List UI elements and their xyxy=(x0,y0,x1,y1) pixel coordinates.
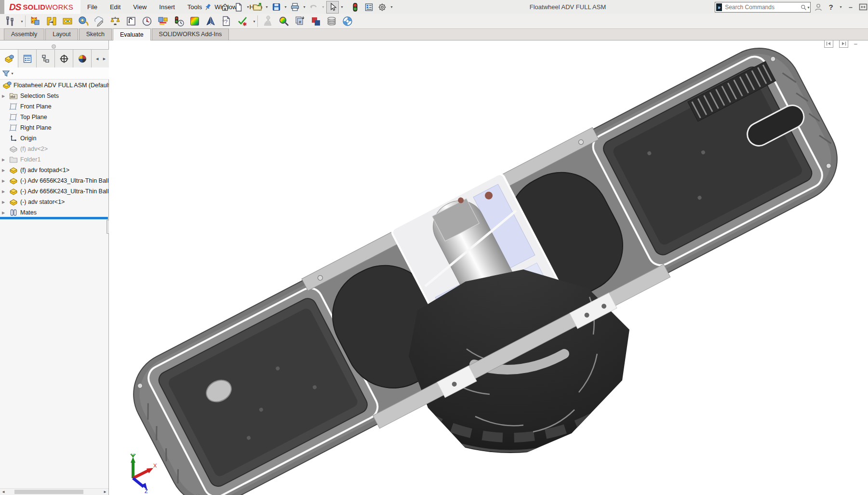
collapse-left-pane-icon[interactable] xyxy=(824,40,833,48)
expand-arrow-icon[interactable]: ▶ xyxy=(2,211,9,215)
open-icon[interactable] xyxy=(251,1,264,13)
select-cursor-caret[interactable]: ▾ xyxy=(340,5,344,9)
tree-item-adv-footpad[interactable]: ▶ (f) adv footpad<1> xyxy=(0,165,109,175)
panel-splitter-dot[interactable] xyxy=(52,44,56,49)
tab-layout[interactable]: Layout xyxy=(45,28,78,40)
expand-arrow-icon[interactable]: ▶ xyxy=(2,168,9,173)
panel-tab-scroll-right-icon[interactable]: ► xyxy=(102,56,107,61)
tree-item-mates[interactable]: ▶ Mates xyxy=(0,207,109,218)
sensor-icon[interactable] xyxy=(173,15,185,27)
filter-funnel-icon[interactable] xyxy=(2,69,10,78)
search-commands-box[interactable]: » ▾ xyxy=(715,2,811,13)
visualize-icon[interactable] xyxy=(278,15,290,27)
simulation-icon[interactable] xyxy=(262,15,274,27)
mass-properties-icon[interactable] xyxy=(109,15,121,27)
compare-documents-icon[interactable] xyxy=(309,15,322,27)
options-caret[interactable]: ▾ xyxy=(389,5,394,9)
menu-file[interactable]: File xyxy=(81,0,104,14)
interference-detection-icon[interactable] xyxy=(29,15,42,27)
expand-arrow-icon[interactable]: ▶ xyxy=(2,158,9,162)
measure-icon[interactable] xyxy=(77,15,90,27)
hole-alignment-icon[interactable] xyxy=(61,15,74,27)
menu-view[interactable]: View xyxy=(127,0,153,14)
design-checker-icon[interactable]: ✱ xyxy=(236,15,249,27)
tree-item-assembly-root[interactable]: Floatwheel ADV FULL ASM (Default) xyxy=(0,80,109,91)
tab-assembly[interactable]: Assembly xyxy=(4,28,44,40)
display-options-list-icon[interactable] xyxy=(362,1,375,13)
tree-item-folder1[interactable]: ▶ Folder1 xyxy=(0,154,109,165)
options-gear-icon[interactable] xyxy=(376,1,388,13)
rollback-bar[interactable] xyxy=(0,217,108,219)
tab-featuremanager-design-tree[interactable] xyxy=(0,50,18,67)
undo-icon[interactable] xyxy=(307,1,320,13)
symmetry-check-icon[interactable] xyxy=(204,15,217,27)
curvature-icon[interactable] xyxy=(188,15,201,27)
tree-item-selection-sets[interactable]: ▶ Selection Sets xyxy=(0,91,109,101)
menu-pin-icon[interactable] xyxy=(201,1,214,13)
minimize-pane-icon[interactable]: – xyxy=(854,40,857,47)
open-caret[interactable]: ▾ xyxy=(265,5,269,9)
tab-evaluate[interactable]: Evaluate xyxy=(113,28,151,40)
panel-tab-scroll-left-icon[interactable]: ◄ xyxy=(95,56,99,61)
filter-caret[interactable]: ▾ xyxy=(10,71,14,76)
graphics-viewport[interactable]: – Y X Z xyxy=(109,40,868,495)
new-document-caret[interactable]: ▾ xyxy=(246,5,250,9)
tab-sketch[interactable]: Sketch xyxy=(79,28,112,40)
tab-displaymanager[interactable] xyxy=(73,50,92,67)
print-icon[interactable] xyxy=(289,1,301,13)
plane-icon xyxy=(9,113,18,121)
tree-item-ball-bearing-2[interactable]: ▶ (-) Adv 6656K243_Ultra-Thin Ball E xyxy=(0,186,109,197)
tree-item-right-plane[interactable]: Right Plane xyxy=(0,122,109,133)
scroll-right-icon[interactable]: ► xyxy=(102,490,108,494)
floatwheel-3d-model[interactable] xyxy=(109,40,868,495)
design-checker-caret[interactable]: ▾ xyxy=(252,19,256,24)
expand-arrow-icon[interactable]: ▶ xyxy=(2,94,9,98)
section-properties-icon[interactable] xyxy=(125,15,137,27)
save-icon[interactable] xyxy=(270,1,282,13)
select-cursor-icon[interactable] xyxy=(326,1,339,13)
tab-configurationmanager[interactable] xyxy=(37,50,55,67)
help-icon[interactable]: ? xyxy=(826,2,836,13)
expand-arrow-icon[interactable]: ▶ xyxy=(2,179,9,183)
instance-count-icon[interactable]: # xyxy=(294,15,306,27)
scrollbar-thumb[interactable] xyxy=(14,490,83,494)
search-caret[interactable]: ▾ xyxy=(807,5,810,10)
simulation-xpress-icon[interactable] xyxy=(341,15,354,27)
design-study-icon[interactable] xyxy=(4,15,16,27)
expand-arrow-icon[interactable]: ▶ xyxy=(2,200,9,204)
search-commands-input[interactable] xyxy=(724,3,801,11)
panel-horizontal-scrollbar[interactable]: ◄ ► xyxy=(0,488,108,495)
rebuild-traffic-light-icon[interactable] xyxy=(349,1,361,13)
performance-evaluation-icon[interactable] xyxy=(141,15,153,27)
check-active-document-icon[interactable]: ? xyxy=(220,15,233,27)
tree-item-ball-bearing-1[interactable]: ▶ (-) Adv 6656K243_Ultra-Thin Ball E xyxy=(0,175,109,186)
print-caret[interactable]: ▾ xyxy=(302,5,307,9)
tab-dimxpertmanager[interactable] xyxy=(55,50,73,67)
costing-icon[interactable] xyxy=(325,15,338,27)
undo-caret[interactable]: ▾ xyxy=(321,5,325,9)
markup-icon[interactable] xyxy=(93,15,106,27)
restore-window-icon[interactable] xyxy=(858,2,868,13)
design-study-caret[interactable]: ▾ xyxy=(20,19,24,24)
user-account-icon[interactable] xyxy=(814,2,823,13)
tree-item-origin[interactable]: Origin xyxy=(0,133,109,144)
new-document-icon[interactable] xyxy=(232,1,245,13)
help-caret[interactable]: ▾ xyxy=(839,5,843,9)
tree-item-front-plane[interactable]: Front Plane xyxy=(0,101,109,112)
tree-item-adv-2[interactable]: (f) adv<2> xyxy=(0,144,109,154)
save-caret[interactable]: ▾ xyxy=(283,5,288,9)
expand-arrow-icon[interactable]: ▶ xyxy=(2,189,9,194)
clearance-verification-icon[interactable] xyxy=(45,15,58,27)
assembly-visualization-icon[interactable] xyxy=(157,15,169,27)
tab-solidworks-add-ins[interactable]: SOLIDWORKS Add-Ins xyxy=(152,28,229,40)
minimize-window-icon[interactable]: – xyxy=(846,2,855,13)
tree-item-adv-stator[interactable]: ▶ (-) adv stator<1> xyxy=(0,197,109,207)
collapse-right-pane-icon[interactable] xyxy=(839,40,848,48)
magnifier-icon[interactable] xyxy=(801,3,807,12)
tree-item-top-plane[interactable]: Top Plane xyxy=(0,112,109,122)
menu-insert[interactable]: Insert xyxy=(153,0,181,14)
scroll-left-icon[interactable]: ◄ xyxy=(0,490,7,494)
menu-edit[interactable]: Edit xyxy=(104,0,127,14)
home-icon[interactable] xyxy=(219,1,231,13)
tab-propertymanager[interactable] xyxy=(18,50,37,67)
